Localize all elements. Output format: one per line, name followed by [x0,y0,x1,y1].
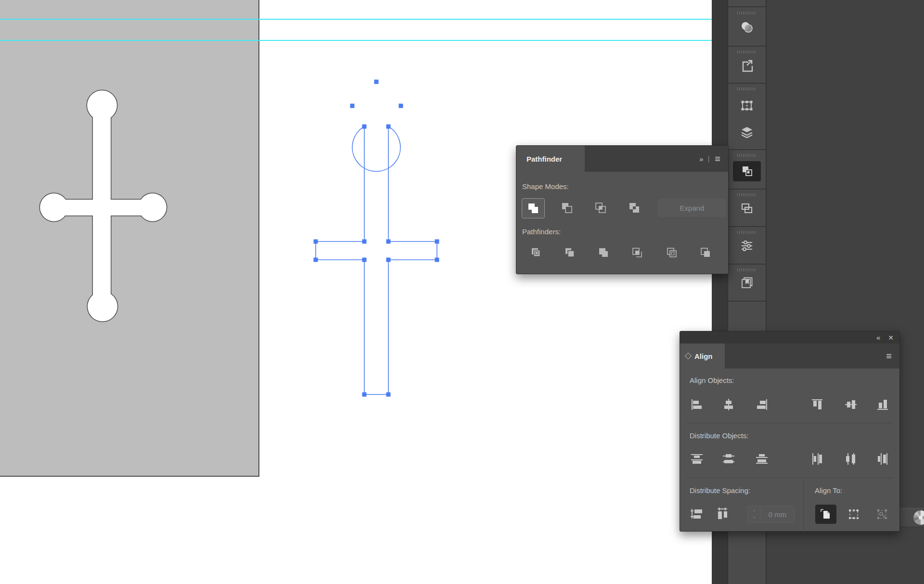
pathfinder-trim-button[interactable] [559,243,581,262]
dock-item-properties[interactable] [728,227,766,264]
selection-bounds-icon [847,508,860,521]
distribute-objects-label: Distribute Objects: [690,432,749,440]
dock-group-artboards-layers [728,84,766,149]
pathfinder-minus-back-button[interactable] [694,243,717,262]
shape-mode-minus-front-button[interactable] [556,198,578,217]
drag-grip[interactable] [737,12,757,14]
outline-icon [666,247,678,258]
vertical-align-bottom-button[interactable] [875,397,890,412]
drag-grip[interactable] [737,268,757,271]
pathfinder-divide-button[interactable] [525,243,547,262]
collapse-panel-icon[interactable]: » [699,155,702,163]
horizontal-distribute-left-button[interactable] [810,452,824,466]
spacing-value-field[interactable]: ⌃⌄ 0 mm [747,506,795,523]
drag-grip[interactable] [737,51,757,53]
layers-icon[interactable] [740,126,754,139]
dock-item-export[interactable] [728,47,766,83]
dock-item-transparency[interactable] [728,7,766,46]
panel-menu-icon[interactable]: ≡ [715,154,720,164]
anchor-handles[interactable] [314,80,439,397]
pathfinder-crop-button[interactable] [626,243,648,262]
pathfinder-panel: Pathfinder » | ≡ Shape Modes: [516,145,729,274]
horizontal-guide-1[interactable] [0,19,712,20]
artboards-icon[interactable] [740,99,754,113]
vertical-distribute-space-button[interactable] [690,507,704,521]
sliders-icon [740,239,754,253]
horizontal-distribute-center-button[interactable] [844,452,858,466]
dock-item-libraries[interactable] [728,265,766,301]
path-outline[interactable] [316,127,437,394]
align-panel-body: Align Objects: Distribute Objects: [680,368,899,531]
spacing-value: 0 mm [761,510,794,519]
pathfinders-label: Pathfinders: [522,228,561,236]
align-panel-tabrow: Align ≡ [680,343,899,368]
align-title: Align [694,352,713,360]
distribute-spacing-label: Distribute Spacing: [690,486,750,495]
panel-menu-icon[interactable]: ≡ [886,351,892,361]
panel-cycle-icon[interactable] [685,353,692,359]
gray-rectangle-object[interactable] [0,0,259,477]
drag-grip[interactable] [737,193,757,196]
divider [687,478,893,478]
shape-mode-exclude-button[interactable] [623,198,645,217]
drag-grip[interactable] [737,154,757,157]
tab-align[interactable]: Align [680,343,725,368]
horizontal-guide-2[interactable] [0,40,712,41]
color-wheel-icon[interactable] [912,509,924,526]
shape-modes-label: Shape Modes: [522,182,569,190]
unite-icon [527,203,539,214]
horizontal-align-right-button[interactable] [755,397,769,412]
selected-cross-path[interactable] [289,67,452,404]
horizontal-distribute-right-button[interactable] [875,452,890,466]
pathfinder-title: Pathfinder [526,155,562,163]
pathfinder-outline-button[interactable] [661,243,683,262]
key-object-icon [876,508,888,521]
vertical-align-center-button[interactable] [844,397,858,412]
merge-icon [598,247,609,258]
align-panel: « ✕ Align ≡ Align Objects: [680,331,900,532]
close-panel-icon[interactable]: ✕ [888,334,894,341]
artboard-page-icon [820,508,832,521]
illustrator-workspace: Pathfinder » | ≡ Shape Modes: [0,0,924,584]
export-icon [740,59,754,73]
stepper-chevrons[interactable]: ⌃⌄ [748,510,760,519]
vertical-distribute-center-button[interactable] [721,452,736,466]
divide-icon [530,247,542,258]
intersect-icon [595,202,606,214]
cross-cutout-shape[interactable] [0,0,258,476]
pathfinder-selected-button[interactable] [733,161,761,181]
horizontal-align-center-button[interactable] [721,397,736,412]
transparency-icon [740,21,754,34]
vertical-distribute-bottom-button[interactable] [755,452,769,466]
align-to-key-object-button[interactable] [872,505,893,524]
tab-pathfinder[interactable]: Pathfinder [516,146,585,172]
horizontal-distribute-space-button[interactable] [715,507,730,521]
align-objects-label: Align Objects: [690,376,734,384]
expand-button[interactable]: Expand [658,199,726,217]
align-to-selection-button[interactable] [843,505,864,524]
dock-item-transform[interactable] [728,190,766,226]
drag-grip[interactable] [737,231,757,234]
minus-front-icon [561,202,573,214]
header-separator: | [708,155,710,162]
dock-item-pathfinder[interactable] [728,150,766,189]
align-to-artboard-button[interactable] [815,505,836,524]
pathfinder-merge-button[interactable] [592,243,615,262]
exclude-icon [629,202,640,214]
crop-icon [631,247,643,258]
trim-icon [564,247,576,258]
align-to-label: Align To: [815,486,842,495]
vertical-divider [803,480,804,533]
vertical-align-top-button[interactable] [810,397,824,412]
shape-mode-intersect-button[interactable] [590,198,612,217]
horizontal-align-left-button[interactable] [690,397,704,412]
transform-icon [740,202,754,215]
shape-mode-unite-button[interactable] [522,198,545,218]
minus-back-icon [700,247,711,258]
vertical-distribute-top-button[interactable] [690,452,704,466]
pathfinder-panel-body: Shape Modes: [516,172,728,274]
pathfinder-icon [741,165,754,178]
drag-grip[interactable] [737,88,757,90]
collapse-panel-icon[interactable]: « [876,334,879,341]
libraries-icon [740,276,754,290]
